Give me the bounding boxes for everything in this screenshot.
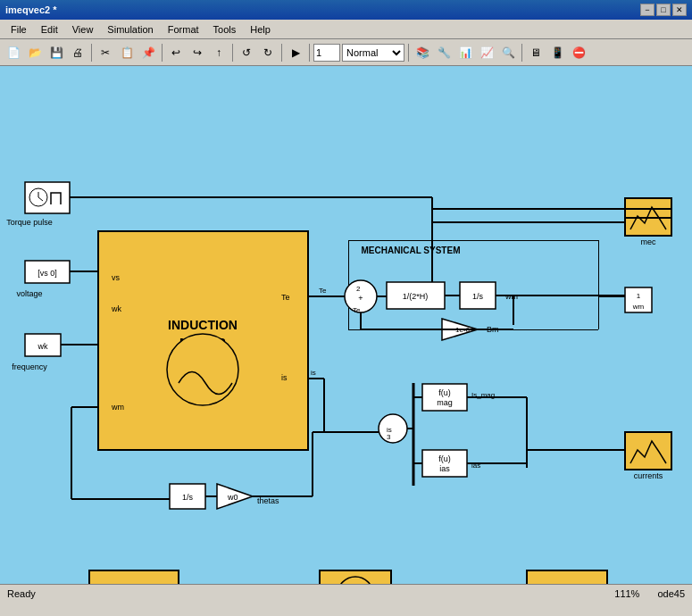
- svg-text:wm: wm: [504, 292, 518, 301]
- tb-btn7[interactable]: 🔧: [434, 43, 454, 62]
- menu-file[interactable]: File: [4, 22, 34, 37]
- menu-format[interactable]: Format: [161, 22, 206, 37]
- menu-edit[interactable]: Edit: [34, 22, 65, 37]
- status-right: 111% ode45: [614, 588, 685, 599]
- up-button[interactable]: ↑: [209, 43, 229, 62]
- svg-text:thetas: thetas: [257, 496, 279, 505]
- svg-text:1e-6: 1e-6: [455, 326, 471, 334]
- menu-simulation[interactable]: Simulation: [100, 22, 160, 37]
- svg-rect-23: [348, 240, 349, 329]
- svg-rect-21: [348, 240, 598, 241]
- svg-text:1/(2*H): 1/(2*H): [403, 292, 429, 301]
- undo-button[interactable]: ↩: [166, 43, 186, 62]
- sim-mode-select[interactable]: Normal Accelerator: [342, 44, 404, 62]
- menu-view[interactable]: View: [65, 22, 101, 37]
- svg-text:frequency: frequency: [12, 362, 47, 371]
- tb-btn10[interactable]: 🔍: [498, 43, 518, 62]
- maximize-button[interactable]: □: [656, 4, 671, 16]
- svg-text:ias: ias: [471, 462, 480, 470]
- svg-rect-46: [422, 450, 467, 477]
- menu-help[interactable]: Help: [243, 22, 278, 37]
- svg-text:wk: wk: [38, 342, 48, 351]
- svg-rect-22: [348, 329, 598, 330]
- svg-text:INDUCTION: INDUCTION: [168, 318, 238, 332]
- open-button[interactable]: 📂: [25, 43, 45, 62]
- svg-point-65: [338, 577, 373, 584]
- play-button[interactable]: ▶: [286, 43, 305, 62]
- svg-text:is: is: [311, 369, 316, 377]
- svg-text:f(u): f(u): [438, 388, 451, 397]
- tb-btn12[interactable]: 📱: [547, 43, 567, 62]
- tb-btn9[interactable]: 📈: [477, 43, 496, 62]
- sep5: [309, 44, 310, 62]
- tb-btn13[interactable]: ⛔: [569, 43, 588, 62]
- sep3: [232, 44, 233, 62]
- svg-rect-61: [89, 570, 179, 584]
- close-button[interactable]: ✕: [672, 4, 687, 16]
- back-button[interactable]: ↺: [237, 43, 256, 62]
- svg-text:wk: wk: [111, 304, 121, 313]
- svg-rect-50: [625, 432, 671, 470]
- simulink-diagram: INDUCTION MOTOR vs wk wm Te is Torque pu…: [0, 66, 692, 584]
- svg-point-25: [345, 280, 377, 312]
- svg-text:mec: mec: [640, 237, 656, 246]
- sep4: [281, 44, 282, 62]
- menubar: File Edit View Simulation Format Tools H…: [0, 20, 692, 39]
- svg-rect-17: [25, 334, 61, 356]
- paste-button[interactable]: 📌: [138, 43, 158, 62]
- svg-text:is: is: [281, 373, 288, 382]
- status-zoom: 111%: [614, 588, 639, 599]
- status-solver: ode45: [657, 588, 685, 599]
- titlebar-title: imeqvec2 *: [5, 4, 56, 15]
- new-button[interactable]: 📄: [4, 43, 23, 62]
- svg-text:+: +: [358, 294, 363, 303]
- statusbar: Ready 111% ode45: [0, 584, 692, 602]
- svg-rect-67: [527, 570, 607, 584]
- svg-text:Bm: Bm: [487, 325, 499, 334]
- svg-rect-56: [170, 484, 205, 509]
- svg-marker-58: [217, 484, 253, 509]
- svg-rect-37: [625, 198, 671, 236]
- svg-text:currents: currents: [634, 471, 663, 480]
- svg-text:2: 2: [356, 285, 361, 293]
- toolbar: 📄 📂 💾 🖨 ✂ 📋 📌 ↩ ↪ ↑ ↺ ↻ ▶ Normal Acceler…: [0, 39, 692, 66]
- svg-rect-0: [98, 231, 308, 450]
- svg-text:f(u): f(u): [438, 454, 451, 463]
- svg-point-3: [167, 334, 238, 405]
- svg-text:wm: wm: [111, 403, 124, 412]
- library-button[interactable]: 📚: [413, 43, 432, 62]
- svg-text:wm: wm: [632, 303, 645, 311]
- svg-text:MECHANICAL SYSTEM: MECHANICAL SYSTEM: [362, 246, 461, 255]
- svg-text:w0: w0: [227, 493, 238, 502]
- svg-rect-24: [598, 240, 599, 329]
- svg-text:Te: Te: [319, 287, 327, 295]
- tb-btn11[interactable]: 🖥: [526, 43, 546, 62]
- print-button[interactable]: 🖨: [68, 43, 88, 62]
- svg-text:3: 3: [387, 433, 391, 441]
- svg-marker-34: [442, 319, 478, 340]
- svg-rect-31: [460, 282, 496, 309]
- svg-text:1: 1: [637, 292, 641, 300]
- sep7: [521, 44, 522, 62]
- svg-rect-39: [625, 287, 652, 312]
- sim-time-input[interactable]: [313, 44, 340, 62]
- minimize-button[interactable]: −: [640, 4, 654, 16]
- sep1: [91, 44, 92, 62]
- sep6: [408, 44, 409, 62]
- svg-point-10: [29, 188, 47, 206]
- forward-button[interactable]: ↻: [258, 43, 278, 62]
- menu-tools[interactable]: Tools: [206, 22, 244, 37]
- svg-rect-14: [25, 261, 70, 283]
- svg-text:mag: mag: [437, 398, 453, 407]
- copy-button[interactable]: 📋: [117, 43, 137, 62]
- svg-text:MOTOR: MOTOR: [179, 336, 226, 350]
- tb-btn8[interactable]: 📊: [455, 43, 475, 62]
- canvas-area[interactable]: INDUCTION MOTOR vs wk wm Te is Torque pu…: [0, 66, 692, 584]
- save-button[interactable]: 💾: [46, 43, 66, 62]
- sep2: [162, 44, 163, 62]
- redo-button[interactable]: ↪: [188, 43, 207, 62]
- svg-rect-64: [320, 570, 391, 584]
- svg-text:Is_mag: Is_mag: [471, 391, 495, 399]
- cut-button[interactable]: ✂: [96, 43, 115, 62]
- svg-text:Te: Te: [353, 306, 361, 314]
